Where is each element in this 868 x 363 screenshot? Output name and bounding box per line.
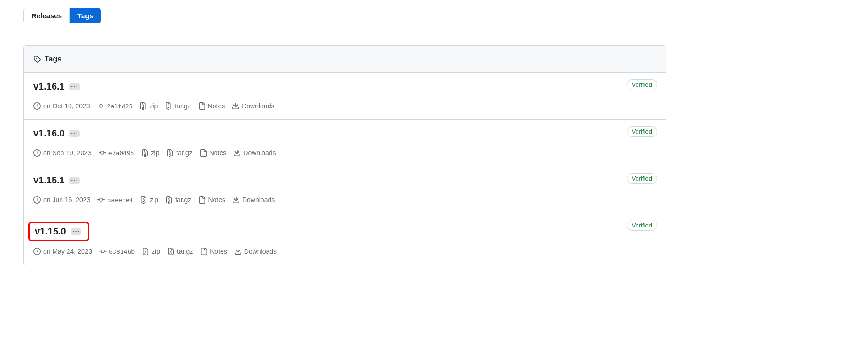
- ellipsis-button[interactable]: [71, 228, 81, 235]
- file-icon: [198, 102, 206, 110]
- tab-releases[interactable]: Releases: [24, 8, 70, 23]
- commit-link[interactable]: 2a1fd25: [97, 102, 133, 110]
- tag-name-link[interactable]: v1.15.1: [33, 175, 65, 186]
- title-line: v1.15.0: [33, 222, 656, 248]
- targz-label: tar.gz: [177, 248, 193, 255]
- tab-nav: Releases Tags: [23, 8, 101, 23]
- verified-badge[interactable]: Verified: [627, 220, 657, 231]
- file-icon: [200, 248, 207, 255]
- commit-sha: e7a0495: [108, 150, 134, 157]
- verified-badge[interactable]: Verified: [627, 126, 657, 137]
- commit-sha: baeece4: [107, 197, 133, 204]
- commit-icon: [97, 102, 105, 110]
- tag-name-link[interactable]: v1.16.1: [33, 81, 65, 92]
- tags-panel: Tags Verified v1.16.1 on Oct 10, 2023 2a…: [23, 45, 666, 265]
- file-zip-icon: [141, 149, 149, 157]
- clock-icon: [33, 149, 41, 157]
- zip-link[interactable]: zip: [140, 196, 158, 204]
- targz-label: tar.gz: [175, 196, 191, 204]
- notes-link[interactable]: Notes: [198, 196, 225, 204]
- download-icon: [233, 149, 241, 157]
- tag-name-link[interactable]: v1.15.0: [35, 226, 66, 237]
- targz-link[interactable]: tar.gz: [166, 149, 192, 157]
- commit-link[interactable]: baeece4: [97, 196, 133, 204]
- ellipsis-button[interactable]: [69, 83, 80, 90]
- zip-label: zip: [149, 102, 158, 110]
- notes-link[interactable]: Notes: [200, 149, 227, 157]
- commit-icon: [99, 248, 107, 255]
- meta-line: on Oct 10, 2023 2a1fd25 zip tar.gz Notes…: [33, 102, 656, 110]
- downloads-link[interactable]: Downloads: [232, 196, 275, 204]
- ellipsis-button[interactable]: [69, 130, 80, 137]
- date-item: on May 24, 2023: [33, 248, 92, 255]
- downloads-link[interactable]: Downloads: [232, 102, 274, 110]
- downloads-label: Downloads: [242, 102, 274, 110]
- zip-label: zip: [150, 196, 158, 204]
- targz-label: tar.gz: [176, 149, 192, 157]
- file-icon: [200, 149, 207, 157]
- file-zip-icon: [165, 102, 172, 110]
- date-text: on Sep 19, 2023: [43, 149, 92, 157]
- tags-list: Verified v1.16.1 on Oct 10, 2023 2a1fd25…: [24, 73, 666, 265]
- tag-row: Verified v1.16.1 on Oct 10, 2023 2a1fd25…: [24, 73, 666, 120]
- zip-link[interactable]: zip: [141, 149, 160, 157]
- title-line: v1.16.0: [33, 128, 656, 139]
- file-zip-icon: [165, 196, 173, 204]
- notes-link[interactable]: Notes: [198, 102, 225, 110]
- tab-tags[interactable]: Tags: [70, 8, 101, 23]
- date-text: on Oct 10, 2023: [43, 102, 90, 110]
- downloads-label: Downloads: [244, 248, 277, 255]
- panel-header: Tags: [24, 46, 666, 73]
- file-zip-icon: [142, 248, 149, 255]
- title-line: v1.15.1: [33, 175, 656, 186]
- commit-link[interactable]: e7a0495: [99, 149, 134, 157]
- notes-label: Notes: [208, 102, 225, 110]
- ellipsis-button[interactable]: [69, 177, 80, 184]
- panel-header-title: Tags: [45, 55, 61, 63]
- file-zip-icon: [139, 102, 147, 110]
- notes-link[interactable]: Notes: [200, 248, 227, 255]
- targz-link[interactable]: tar.gz: [165, 196, 191, 204]
- meta-line: on Sep 19, 2023 e7a0495 zip tar.gz Notes…: [33, 149, 656, 157]
- commit-link[interactable]: 638146b: [99, 248, 135, 255]
- date-item: on Oct 10, 2023: [33, 102, 90, 110]
- highlight-box: v1.15.0: [28, 222, 89, 241]
- targz-link[interactable]: tar.gz: [165, 102, 191, 110]
- clock-icon: [33, 196, 41, 204]
- downloads-link[interactable]: Downloads: [234, 248, 277, 255]
- tag-row: Verified v1.15.0 on May 24, 2023 638146b…: [24, 213, 666, 265]
- date-item: on Sep 19, 2023: [33, 149, 92, 157]
- file-zip-icon: [167, 248, 175, 255]
- downloads-label: Downloads: [243, 149, 276, 157]
- download-icon: [234, 248, 242, 255]
- clock-icon: [33, 102, 41, 110]
- date-text: on May 24, 2023: [43, 248, 92, 255]
- verified-badge[interactable]: Verified: [627, 173, 657, 184]
- kebab-horizontal-icon: [71, 130, 77, 136]
- commit-sha: 638146b: [109, 248, 135, 255]
- page-container: Releases Tags Tags Verified v1.16.1 on O…: [0, 3, 690, 265]
- zip-label: zip: [152, 248, 160, 255]
- date-text: on Jun 16, 2023: [43, 196, 90, 204]
- commit-icon: [97, 196, 105, 204]
- zip-link[interactable]: zip: [142, 248, 160, 255]
- notes-label: Notes: [210, 248, 227, 255]
- targz-link[interactable]: tar.gz: [167, 248, 193, 255]
- download-icon: [232, 102, 239, 110]
- kebab-horizontal-icon: [71, 83, 77, 90]
- file-icon: [198, 196, 206, 204]
- commit-icon: [99, 149, 106, 157]
- date-item: on Jun 16, 2023: [33, 196, 90, 204]
- zip-link[interactable]: zip: [139, 102, 158, 110]
- kebab-horizontal-icon: [71, 177, 77, 183]
- verified-badge[interactable]: Verified: [627, 79, 657, 90]
- kebab-horizontal-icon: [73, 228, 79, 234]
- download-icon: [232, 196, 240, 204]
- downloads-label: Downloads: [242, 196, 275, 204]
- tag-name-link[interactable]: v1.16.0: [33, 128, 65, 139]
- meta-line: on May 24, 2023 638146b zip tar.gz Notes…: [33, 248, 656, 255]
- title-line: v1.16.1: [33, 81, 656, 92]
- zip-label: zip: [151, 149, 160, 157]
- downloads-link[interactable]: Downloads: [233, 149, 276, 157]
- tag-row: Verified v1.15.1 on Jun 16, 2023 baeece4…: [24, 166, 666, 213]
